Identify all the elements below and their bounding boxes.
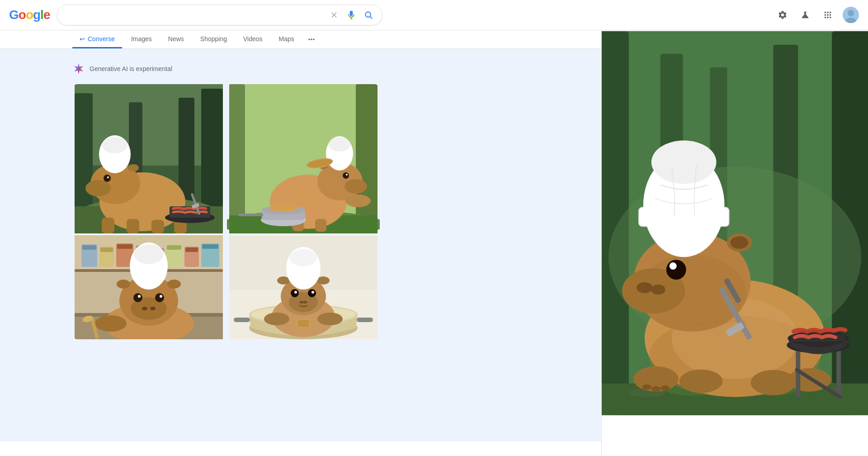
svg-rect-25 [151,220,164,233]
svg-point-53 [329,137,350,152]
svg-rect-79 [202,244,218,249]
svg-point-87 [133,293,142,302]
svg-rect-60 [238,214,263,216]
svg-point-46 [346,174,348,176]
svg-point-154 [679,370,723,393]
svg-rect-105 [357,318,373,322]
header-right [775,7,859,23]
svg-point-21 [107,176,109,178]
svg-point-44 [344,179,367,194]
svg-rect-123 [298,320,309,327]
svg-rect-23 [102,218,114,233]
svg-point-121 [317,313,343,325]
svg-rect-165 [836,347,841,397]
svg-point-91 [117,280,130,289]
svg-point-115 [277,276,290,285]
logo-letter-l: l [40,8,43,22]
svg-point-90 [160,295,162,298]
logo-letter-o2: o [26,8,33,22]
svg-rect-69 [117,244,132,249]
svg-point-114 [303,301,307,304]
svg-rect-75 [167,245,181,250]
svg-point-116 [317,276,330,285]
svg-rect-35 [229,84,245,233]
svg-point-4 [366,12,371,17]
logo-letter-e: e [43,8,50,22]
svg-point-48 [345,195,371,207]
apps-button[interactable] [820,7,835,23]
logo-letter-o1: o [19,8,26,22]
clear-button[interactable] [328,9,340,21]
svg-point-146 [637,282,653,293]
tab-videos-label: Videos [243,35,263,43]
svg-point-22 [128,164,139,171]
image-grid [72,84,380,339]
ai-icon [72,62,85,75]
settings-button[interactable] [775,7,790,23]
svg-point-96 [95,315,127,332]
svg-rect-24 [127,219,139,233]
svg-point-45 [343,172,349,179]
search-input[interactable]: draw an image of a capybara wearing a ch… [65,10,323,19]
svg-line-5 [370,17,373,19]
svg-point-29 [102,137,127,153]
search-bar: draw an image of a capybara wearing a ch… [57,5,382,25]
svg-point-163 [651,141,717,184]
svg-rect-36 [356,84,377,233]
svg-rect-77 [185,247,198,252]
right-panel-content [602,31,868,456]
svg-rect-67 [100,247,113,252]
main-content: Generative AI is experimental [0,49,868,442]
svg-point-159 [660,385,670,391]
grid-image-3[interactable] [72,235,225,339]
tab-videos[interactable]: Videos [236,31,270,48]
grid-image-2[interactable] [227,84,380,233]
google-search-button[interactable] [362,9,375,21]
logo-letter-g: G [9,8,19,22]
svg-point-110 [294,291,297,294]
svg-point-95 [134,244,164,264]
svg-point-19 [85,180,111,196]
tab-images[interactable]: Images [124,31,159,48]
svg-point-85 [142,307,147,310]
svg-point-112 [311,291,314,294]
grid-image-4[interactable] [227,235,380,339]
avatar[interactable] [843,7,859,23]
right-large-image[interactable] [602,31,868,417]
right-panel: Google Generated image [601,0,868,456]
converse-icon: ↩ [80,35,85,43]
ai-label: Generative AI is experimental [90,65,172,72]
svg-point-157 [642,385,651,390]
tab-converse[interactable]: ↩ Converse [72,31,122,48]
tab-news-label: News [168,35,184,43]
header: Google draw an image of a capybara weari… [0,0,868,30]
logo-letter-g2: g [33,8,40,22]
svg-point-152 [731,236,749,249]
google-logo: Google [9,8,50,22]
svg-point-20 [104,175,111,182]
ai-banner: Generative AI is experimental [72,62,380,75]
svg-rect-10 [75,84,223,166]
tab-shopping[interactable]: Shopping [193,31,234,48]
svg-point-150 [672,264,676,267]
tab-converse-label: Converse [88,35,115,43]
labs-button[interactable] [797,7,813,23]
tab-news[interactable]: News [161,31,191,48]
svg-rect-104 [234,318,250,322]
svg-point-120 [264,313,289,325]
svg-point-7 [848,10,854,16]
tab-maps[interactable]: Maps [272,31,302,48]
svg-point-147 [651,285,665,294]
svg-point-119 [290,249,317,266]
svg-point-86 [150,307,156,310]
svg-point-89 [155,293,164,302]
left-panel: Generative AI is experimental [0,49,393,442]
svg-point-158 [651,386,660,392]
svg-rect-50 [315,219,326,232]
voice-search-button[interactable] [345,9,358,21]
more-tabs-button[interactable] [303,30,320,48]
tab-maps-label: Maps [279,35,294,43]
grid-image-1[interactable] [72,84,225,233]
tab-images-label: Images [131,35,152,43]
svg-point-59 [269,204,298,212]
